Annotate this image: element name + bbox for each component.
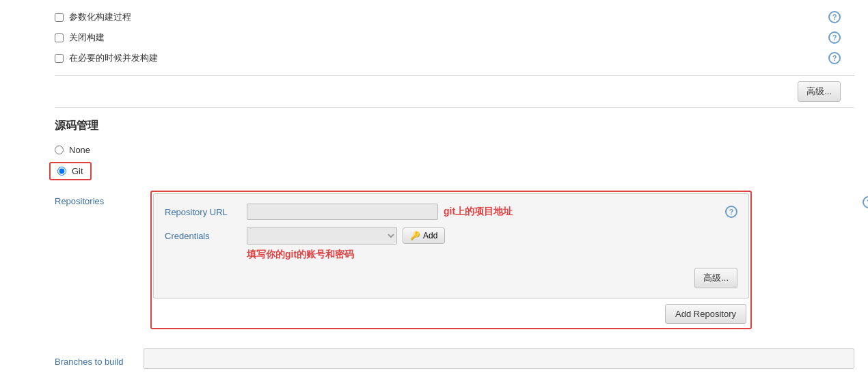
help-icon-repo[interactable]: ? (863, 196, 868, 208)
main-content: 参数化构建过程 ? 关闭构建 ? 在必要的时候并发构建 ? 高级... 源码管理 (0, 0, 868, 376)
checkbox-concurrent-build[interactable] (55, 54, 64, 63)
credentials-input-row: 🔑 Add (247, 227, 445, 245)
credentials-hint: 填写你的git的账号和密码 (247, 249, 354, 260)
git-radio-row: Git (55, 158, 854, 184)
section-title: 源码管理 (55, 108, 854, 141)
repo-box-inner: Repository URL git上的项目地址 ? Crede (153, 193, 749, 299)
checkbox-close-build[interactable] (55, 33, 64, 42)
repositories-label: Repositories (55, 191, 137, 206)
none-radio-row: None (55, 141, 854, 158)
checkbox-section: 参数化构建过程 ? 关闭构建 ? 在必要的时候并发构建 ? (55, 7, 854, 76)
key-icon: 🔑 (410, 231, 420, 240)
credentials-row: Credentials 🔑 Add (165, 227, 737, 261)
credentials-hint-wrapper: 填写你的git的账号和密码 (247, 249, 354, 261)
repositories-section: Repositories Repository URL git上的项目地址 (55, 191, 854, 329)
none-label: None (69, 145, 90, 155)
advanced-button[interactable]: 高级... (798, 81, 841, 102)
add-credentials-button[interactable]: 🔑 Add (403, 227, 445, 244)
help-icon-2[interactable]: ? (828, 31, 841, 44)
repository-url-row: Repository URL git上的项目地址 ? (165, 204, 737, 220)
repository-url-label: Repository URL (165, 207, 247, 217)
help-icon-url[interactable]: ? (725, 206, 737, 218)
url-input-area: git上的项目地址 (247, 204, 720, 220)
advanced-small-button[interactable]: 高级... (694, 268, 737, 288)
checkbox-row-3: 在必要的时候并发构建 ? (55, 48, 854, 68)
page-container: 参数化构建过程 ? 关闭构建 ? 在必要的时候并发构建 ? 高级... 源码管理 (0, 0, 868, 388)
credentials-label: Credentials (165, 231, 247, 241)
checkbox-parametrize[interactable] (55, 13, 64, 22)
branches-label: Branches to build (55, 351, 137, 367)
repository-url-input[interactable] (247, 204, 438, 220)
checkbox-row-1: 参数化构建过程 ? (55, 7, 854, 27)
checkbox-label-2: 关闭构建 (69, 31, 105, 44)
repo-bottom-row: 高级... (165, 268, 737, 288)
add-button-label: Add (423, 231, 437, 240)
checkbox-label-1: 参数化构建过程 (69, 11, 131, 23)
credentials-select[interactable] (247, 227, 397, 245)
git-radio[interactable] (57, 167, 66, 176)
help-icon-1[interactable]: ? (828, 11, 841, 23)
advanced-btn-row: 高级... (55, 76, 854, 108)
help-icon-3[interactable]: ? (828, 52, 841, 64)
checkbox-row-2: 关闭构建 ? (55, 27, 854, 48)
git-radio-wrapper: Git (49, 162, 92, 180)
branches-row: Branches to build (55, 343, 854, 369)
repo-box-outer: Repository URL git上的项目地址 ? Crede (150, 191, 752, 329)
add-repository-button[interactable]: Add Repository (665, 304, 746, 324)
credentials-input-wrapper: Credentials 🔑 Add (165, 227, 737, 245)
checkbox-label-3: 在必要的时候并发构建 (69, 52, 158, 64)
none-radio[interactable] (55, 146, 64, 154)
scm-section: 源码管理 None Git Repositories (55, 108, 854, 336)
git-label: Git (72, 166, 83, 176)
branches-box (144, 348, 854, 369)
repo-box-footer: Add Repository (153, 299, 749, 327)
repository-url-hint: git上的项目地址 (444, 206, 513, 218)
branches-section: Branches to build (55, 343, 854, 369)
